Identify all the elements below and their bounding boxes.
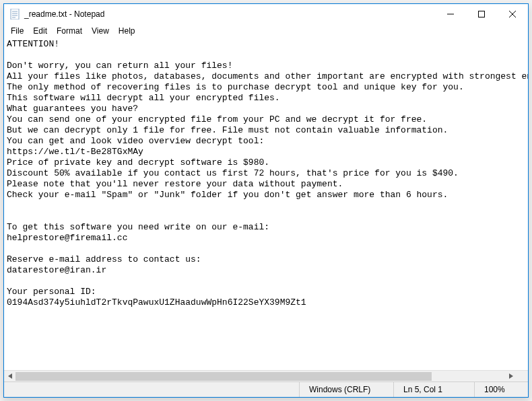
menu-format[interactable]: Format [53,26,86,36]
close-button[interactable] [497,4,528,24]
scroll-left-arrow-icon[interactable] [4,371,15,382]
editor-area: ATTENTION! Don't worry, you can return a… [4,38,528,381]
menu-file[interactable]: File [7,26,28,36]
status-cursor-position: Ln 5, Col 1 [393,382,474,397]
svg-rect-0 [11,9,19,20]
titlebar: _readme.txt - Notepad [4,4,528,24]
svg-rect-6 [479,11,485,17]
horizontal-scrollbar[interactable] [4,370,528,381]
scroll-corner [517,371,528,382]
text-editor[interactable]: ATTENTION! Don't worry, you can return a… [4,38,528,370]
window-controls [435,4,528,24]
status-line-ending: Windows (CRLF) [299,382,393,397]
menubar: File Edit Format View Help [4,24,528,38]
window-title: _readme.txt - Notepad [24,9,435,19]
menu-edit[interactable]: Edit [29,26,51,36]
maximize-button[interactable] [466,4,497,24]
status-zoom: 100% [474,382,528,397]
statusbar: Windows (CRLF) Ln 5, Col 1 100% [4,381,528,397]
scroll-right-arrow-icon[interactable] [505,371,517,382]
minimize-button[interactable] [435,4,466,24]
notepad-window: _readme.txt - Notepad File Edit Format V… [3,3,529,398]
menu-view[interactable]: View [88,26,113,36]
notepad-file-icon [9,9,20,20]
scroll-thumb[interactable] [15,372,432,381]
menu-help[interactable]: Help [114,26,139,36]
svg-marker-9 [8,373,12,379]
scroll-track[interactable] [15,371,505,382]
svg-marker-10 [509,373,513,379]
